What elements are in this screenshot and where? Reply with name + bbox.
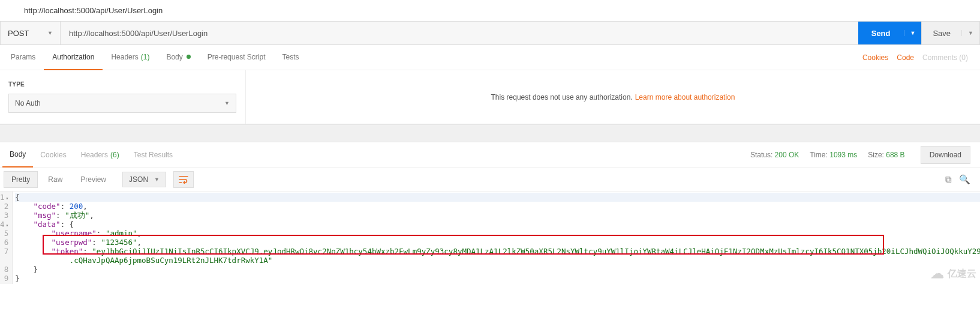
response-tab-headers[interactable]: Headers (6) [74,142,127,168]
request-tabs: Params Authorization Headers (1) Body Pr… [0,45,980,70]
headers-count: (1) [141,53,150,61]
request-bar: POST ▼ Send ▼ Save ▼ [0,21,980,45]
response-tab-body[interactable]: Body [2,142,33,168]
view-raw[interactable]: Raw [40,171,70,188]
tab-label: Body [166,53,182,61]
copy-icon[interactable]: ⧉ [945,174,952,185]
wrap-lines-button[interactable] [173,171,194,188]
download-button[interactable]: Download [921,146,970,164]
view-pretty[interactable]: Pretty [4,171,38,188]
time-label: Time: 1093 ms [810,151,857,159]
viewer-right-icons: ⧉ 🔍 [945,174,976,185]
method-value: POST [8,29,29,38]
send-button[interactable]: Send ▼ [858,22,922,44]
tab-body[interactable]: Body [158,45,199,70]
authorization-panel: TYPE No Auth ▼ This request does not use… [0,70,980,124]
format-select[interactable]: JSON ▼ [122,172,166,187]
tab-params[interactable]: Params [2,45,44,70]
request-title: http://localhost:5000/api/User/UserLogin [0,0,980,21]
line-gutter: 1 2 3 4 5 6 7 8 9 [0,192,13,284]
code-link[interactable]: Code [897,53,914,62]
cookies-link[interactable]: Cookies [862,53,888,62]
response-tabs: Body Cookies Headers (6) Test Results St… [0,142,980,168]
tabs-right-links: Cookies Code Comments (0) [862,53,978,62]
auth-type-value: No Auth [15,99,41,107]
format-value: JSON [129,175,148,184]
tab-headers[interactable]: Headers (1) [103,45,158,70]
send-label: Send [858,29,904,38]
chevron-down-icon[interactable]: ▼ [904,30,922,36]
auth-info: This request does not use any authorizat… [246,70,980,124]
body-indicator-dot [187,55,191,59]
status-label: Status: 200 OK [750,151,799,159]
response-status: Status: 200 OK Time: 1093 ms Size: 688 B… [750,146,978,164]
tab-label: Headers [81,151,108,159]
panel-divider [0,124,980,142]
auth-type-select[interactable]: No Auth ▼ [8,94,236,113]
response-tab-cookies[interactable]: Cookies [33,142,73,168]
wrap-icon [179,175,188,184]
save-button[interactable]: Save ▼ [921,22,979,44]
response-tab-test-results[interactable]: Test Results [127,142,180,168]
comments-link[interactable]: Comments (0) [922,53,968,62]
view-preview[interactable]: Preview [73,171,114,188]
auth-left: TYPE No Auth ▼ [0,70,246,124]
headers-count: (6) [110,151,119,159]
chevron-down-icon: ▼ [47,30,53,36]
learn-more-link[interactable]: Learn more about authorization [635,93,735,101]
auth-message: This request does not use any authorizat… [491,93,633,101]
tab-tests[interactable]: Tests [273,45,307,70]
tab-authorization[interactable]: Authorization [44,45,103,70]
size-label: Size: 688 B [868,151,904,159]
tab-label: Headers [111,53,138,61]
chevron-down-icon[interactable]: ▼ [961,30,979,36]
chevron-down-icon: ▼ [224,100,230,106]
auth-type-label: TYPE [8,81,237,88]
response-body-view: 1 2 3 4 5 6 7 8 9 { "code": 200, "msg": … [0,192,980,284]
save-label: Save [922,29,961,38]
url-input[interactable] [61,22,858,44]
search-icon[interactable]: 🔍 [959,174,970,185]
response-viewer-bar: Pretty Raw Preview JSON ▼ ⧉ 🔍 [0,168,980,192]
chevron-down-icon: ▼ [154,177,160,183]
method-select[interactable]: POST ▼ [1,22,61,44]
tab-prerequest-script[interactable]: Pre-request Script [199,45,274,70]
code-content[interactable]: { "code": 200, "msg": "成功", "data": { "u… [13,192,980,284]
